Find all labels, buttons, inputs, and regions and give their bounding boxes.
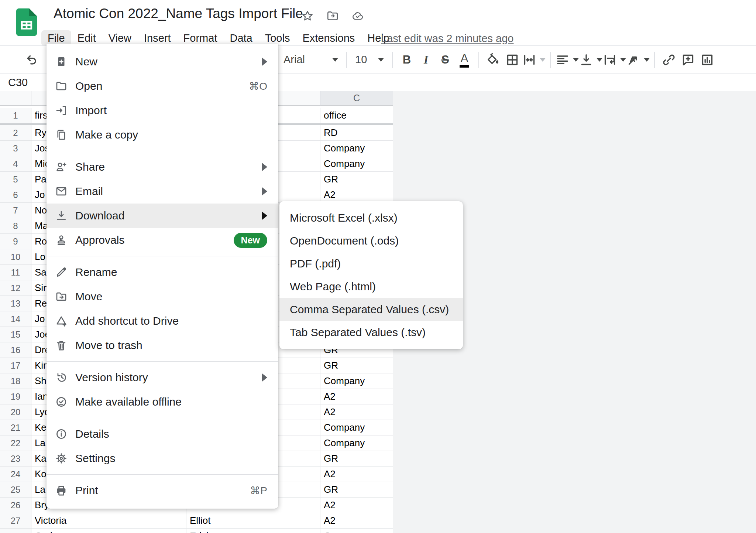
italic-button[interactable]: I bbox=[416, 49, 436, 70]
cell-A28[interactable]: Carl bbox=[31, 529, 186, 533]
row-header-11[interactable]: 11 bbox=[0, 265, 31, 280]
cell-C5[interactable]: GR bbox=[320, 172, 393, 187]
cell-C4[interactable]: Company bbox=[320, 156, 393, 172]
file-menu-item-import[interactable]: Import bbox=[47, 98, 278, 123]
cell-C23[interactable]: GR bbox=[320, 451, 393, 467]
row-header-1[interactable]: 1 bbox=[0, 108, 31, 123]
row-header-16[interactable]: 16 bbox=[0, 342, 31, 358]
cell-C18[interactable]: Company bbox=[320, 373, 393, 389]
text-rotation-button[interactable] bbox=[626, 49, 650, 70]
row-header-9[interactable]: 9 bbox=[0, 234, 31, 249]
font-name-select[interactable]: Arial bbox=[280, 49, 342, 70]
bold-button[interactable]: B bbox=[397, 49, 416, 70]
strikethrough-button[interactable]: S bbox=[436, 49, 455, 70]
row-header-17[interactable]: 17 bbox=[0, 358, 31, 373]
cell-C20[interactable]: A2 bbox=[320, 404, 393, 420]
file-menu-item-open[interactable]: Open⌘O bbox=[47, 74, 278, 98]
row-header-22[interactable]: 22 bbox=[0, 435, 31, 451]
file-menu-item-version-history[interactable]: Version history bbox=[47, 365, 278, 390]
cell-C24[interactable]: A2 bbox=[320, 467, 393, 482]
document-title[interactable]: Atomic Con 2022_Name Tags Import File bbox=[54, 6, 303, 21]
row-header-14[interactable]: 14 bbox=[0, 311, 31, 327]
file-menu-item-move-to-trash[interactable]: Move to trash bbox=[47, 333, 278, 358]
cloud-saved-icon[interactable] bbox=[350, 8, 365, 24]
column-header-c[interactable]: C bbox=[320, 91, 393, 106]
row-header-25[interactable]: 25 bbox=[0, 482, 31, 498]
cell-B27[interactable]: Elliot bbox=[186, 513, 320, 529]
download-submenu-item-opendocument-ods-[interactable]: OpenDocument (.ods) bbox=[279, 229, 463, 252]
cell-C21[interactable]: Company bbox=[320, 420, 393, 435]
borders-button[interactable] bbox=[503, 49, 522, 70]
insert-link-button[interactable] bbox=[659, 49, 678, 70]
row-header-23[interactable]: 23 bbox=[0, 451, 31, 467]
row-header-20[interactable]: 20 bbox=[0, 404, 31, 420]
row-header-8[interactable]: 8 bbox=[0, 218, 31, 234]
download-submenu-item-comma-separated-values-csv-[interactable]: Comma Separated Values (.csv) bbox=[279, 298, 463, 321]
row-header-28[interactable]: 28 bbox=[0, 529, 31, 533]
row-header-5[interactable]: 5 bbox=[0, 172, 31, 187]
file-menu-item-print[interactable]: Print⌘P bbox=[47, 478, 278, 503]
row-header-7[interactable]: 7 bbox=[0, 203, 31, 218]
file-menu-item-email[interactable]: Email bbox=[47, 179, 278, 204]
cell-C17[interactable]: GR bbox=[320, 358, 393, 373]
row-header-3[interactable]: 3 bbox=[0, 141, 31, 156]
row-header-26[interactable]: 26 bbox=[0, 498, 31, 513]
fill-color-button[interactable] bbox=[484, 49, 503, 70]
cell-C27[interactable]: A2 bbox=[320, 513, 393, 529]
star-icon[interactable] bbox=[300, 8, 315, 24]
last-edit-link[interactable]: Last edit was 2 minutes ago bbox=[381, 33, 513, 45]
download-submenu-item-tab-separated-values-tsv-[interactable]: Tab Separated Values (.tsv) bbox=[279, 321, 463, 344]
row-header-21[interactable]: 21 bbox=[0, 420, 31, 435]
row-header-6[interactable]: 6 bbox=[0, 187, 31, 203]
vertical-align-button[interactable] bbox=[579, 49, 602, 70]
download-submenu-item-web-page-html-[interactable]: Web Page (.html) bbox=[279, 275, 463, 298]
file-menu-item-add-shortcut-to-drive[interactable]: Add shortcut to Drive bbox=[47, 309, 278, 333]
undo-button[interactable] bbox=[22, 50, 41, 69]
cell-C19[interactable]: A2 bbox=[320, 389, 393, 404]
name-box[interactable]: C30 bbox=[8, 76, 28, 89]
insert-comment-button[interactable] bbox=[678, 49, 698, 70]
row-header-2[interactable]: 2 bbox=[0, 125, 31, 141]
file-menu-item-download[interactable]: Download bbox=[47, 204, 278, 228]
row-header-10[interactable]: 10 bbox=[0, 249, 31, 265]
file-menu-item-rename[interactable]: Rename bbox=[47, 260, 278, 284]
text-wrap-button[interactable] bbox=[602, 49, 626, 70]
cell-C1[interactable]: office bbox=[320, 108, 393, 123]
cell-B28[interactable]: Erickson bbox=[186, 529, 320, 533]
file-menu-item-share[interactable]: Share bbox=[47, 155, 278, 179]
row-header-24[interactable]: 24 bbox=[0, 467, 31, 482]
cell-C25[interactable]: GR bbox=[320, 482, 393, 498]
file-menu-item-details[interactable]: Details bbox=[47, 422, 278, 446]
move-folder-icon[interactable] bbox=[325, 8, 340, 24]
file-menu-item-make-a-copy[interactable]: Make a copy bbox=[47, 123, 278, 147]
select-all-corner[interactable] bbox=[0, 91, 31, 106]
row-header-13[interactable]: 13 bbox=[0, 296, 31, 311]
download-submenu-item-microsoft-excel-xlsx-[interactable]: Microsoft Excel (.xlsx) bbox=[279, 206, 463, 229]
insert-chart-button[interactable] bbox=[698, 49, 717, 70]
cell-C26[interactable]: A2 bbox=[320, 498, 393, 513]
cell-C2[interactable]: RD bbox=[320, 125, 393, 141]
file-menu-item-move[interactable]: Move bbox=[47, 284, 278, 309]
cell-C3[interactable]: Company bbox=[320, 141, 393, 156]
file-menu-item-settings[interactable]: Settings bbox=[47, 446, 278, 471]
cell-C6[interactable]: A2 bbox=[320, 187, 393, 203]
cell-C22[interactable]: Company bbox=[320, 435, 393, 451]
file-menu-item-make-available-offline[interactable]: Make available offline bbox=[47, 390, 278, 414]
file-menu-item-new[interactable]: New bbox=[47, 49, 278, 74]
google-sheets-logo[interactable] bbox=[16, 8, 37, 36]
row-header-18[interactable]: 18 bbox=[0, 373, 31, 389]
row-header-19[interactable]: 19 bbox=[0, 389, 31, 404]
horizontal-align-button[interactable] bbox=[555, 49, 579, 70]
text-color-button[interactable]: A bbox=[455, 49, 474, 70]
row-header-27[interactable]: 27 bbox=[0, 513, 31, 529]
cell-A27[interactable]: Victoria bbox=[31, 513, 186, 529]
file-menu-item-approvals[interactable]: ApprovalsNew bbox=[47, 228, 278, 252]
download-submenu-item-pdf-pdf-[interactable]: PDF (.pdf) bbox=[279, 252, 463, 275]
row-header-4[interactable]: 4 bbox=[0, 156, 31, 172]
merge-cells-button[interactable] bbox=[522, 49, 546, 70]
cell-C28[interactable]: Company bbox=[320, 529, 393, 533]
menubar-item-extensions[interactable]: Extensions bbox=[296, 30, 361, 46]
row-header-12[interactable]: 12 bbox=[0, 280, 31, 296]
font-size-select[interactable]: 10 bbox=[351, 49, 388, 70]
row-header-15[interactable]: 15 bbox=[0, 327, 31, 342]
